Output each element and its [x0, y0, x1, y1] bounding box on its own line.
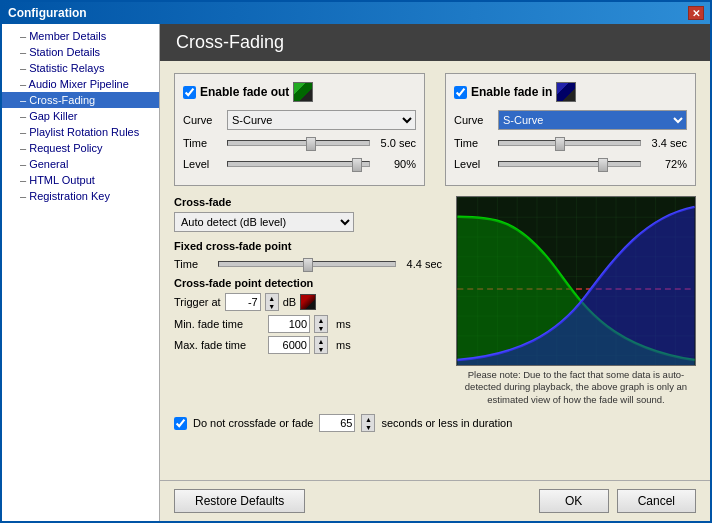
fade-in-curve-select[interactable]: S-Curve Linear Log [498, 110, 687, 130]
enable-fade-out-checkbox[interactable] [183, 86, 196, 99]
close-button[interactable]: ✕ [688, 6, 704, 20]
cancel-button[interactable]: Cancel [617, 489, 696, 513]
trigger-value-input[interactable] [225, 293, 261, 311]
window-body: Member DetailsStation DetailsStatistic R… [2, 24, 710, 521]
fade-out-time-label: Time [183, 137, 221, 149]
do-not-crossfade-label2: seconds or less in duration [381, 417, 512, 429]
sidebar-item-request-policy[interactable]: Request Policy [2, 140, 159, 156]
fade-out-section: Enable fade out Curve S-Curve Linear Log [174, 73, 425, 186]
max-fade-spinner[interactable]: ▲ ▼ [314, 336, 328, 354]
fade-in-curve-label: Curve [454, 114, 492, 126]
fade-out-level-value: 90% [376, 158, 416, 170]
max-fade-unit: ms [336, 339, 351, 351]
fade-out-time-row: Time 5.0 sec [183, 135, 416, 151]
trigger-unit: dB [283, 296, 296, 308]
max-fade-label: Max. fade time [174, 339, 264, 351]
fixed-time-slider[interactable] [218, 256, 396, 272]
do-not-crossfade-label1: Do not crossfade or fade [193, 417, 313, 429]
trigger-row: Trigger at ▲ ▼ dB [174, 293, 442, 311]
fixed-point-label: Fixed cross-fade point [174, 240, 442, 252]
sidebar-item-statistic-relays[interactable]: Statistic Relays [2, 60, 159, 76]
crossfade-mode-select[interactable]: Auto detect (dB level) Fixed cross-fade … [174, 212, 354, 232]
sidebar-item-general[interactable]: General [2, 156, 159, 172]
fade-out-curve-select[interactable]: S-Curve Linear Log [227, 110, 416, 130]
dialog-footer: Restore Defaults OK Cancel [160, 480, 710, 521]
fade-out-time-slider[interactable] [227, 135, 370, 151]
fade-in-level-slider[interactable] [498, 156, 641, 172]
graph-note: Please note: Due to the fact that some d… [456, 369, 696, 406]
fade-out-color-box [293, 82, 313, 102]
sidebar-item-playlist-rotation-rules[interactable]: Playlist Rotation Rules [2, 124, 159, 140]
sidebar-item-registration-key[interactable]: Registration Key [2, 188, 159, 204]
min-fade-row: Min. fade time ▲ ▼ ms [174, 315, 442, 333]
enable-fade-in-checkbox[interactable] [454, 86, 467, 99]
duration-up-btn[interactable]: ▲ [362, 415, 374, 423]
fade-out-curve-row: Curve S-Curve Linear Log [183, 110, 416, 130]
crossfade-duration-input[interactable] [319, 414, 355, 432]
min-fade-up-btn[interactable]: ▲ [315, 316, 327, 324]
fade-in-time-label: Time [454, 137, 492, 149]
fade-in-level-label: Level [454, 158, 492, 170]
title-bar: Configuration ✕ [2, 2, 710, 24]
do-not-crossfade-checkbox[interactable] [174, 417, 187, 430]
fade-in-time-row: Time 3.4 sec [454, 135, 687, 151]
fade-out-level-row: Level 90% [183, 156, 416, 172]
main-content: Cross-Fading Enable fade out Curve [160, 24, 710, 521]
fade-out-time-value: 5.0 sec [376, 137, 416, 149]
fade-sections-row: Enable fade out Curve S-Curve Linear Log [174, 73, 696, 186]
max-fade-up-btn[interactable]: ▲ [315, 337, 327, 345]
controls-panel: Cross-fade Auto detect (dB level) Fixed … [174, 196, 442, 357]
min-fade-unit: ms [336, 318, 351, 330]
fade-out-curve-label: Curve [183, 114, 221, 126]
fade-out-title: Enable fade out [183, 82, 416, 102]
sidebar-item-member-details[interactable]: Member Details [2, 28, 159, 44]
fade-in-time-value: 3.4 sec [647, 137, 687, 149]
trigger-spinner[interactable]: ▲ ▼ [265, 293, 279, 311]
trigger-down-btn[interactable]: ▼ [266, 302, 278, 310]
max-fade-row: Max. fade time ▲ ▼ ms [174, 336, 442, 354]
sidebar-item-cross-fading[interactable]: Cross-Fading [2, 92, 159, 108]
trigger-color-box [300, 294, 316, 310]
fixed-time-label: Time [174, 258, 212, 270]
sidebar-item-html-output[interactable]: HTML Output [2, 172, 159, 188]
bottom-check-row: Do not crossfade or fade ▲ ▼ seconds or … [174, 414, 696, 432]
fade-in-time-slider[interactable] [498, 135, 641, 151]
fade-in-curve-row: Curve S-Curve Linear Log [454, 110, 687, 130]
restore-defaults-button[interactable]: Restore Defaults [174, 489, 305, 513]
fade-in-level-row: Level 72% [454, 156, 687, 172]
graph-area: Please note: Due to the fact that some d… [456, 196, 696, 406]
min-fade-spinner[interactable]: ▲ ▼ [314, 315, 328, 333]
enable-fade-out-label: Enable fade out [200, 85, 289, 99]
min-fade-input[interactable] [268, 315, 310, 333]
enable-fade-in-label: Enable fade in [471, 85, 552, 99]
trigger-label: Trigger at [174, 296, 221, 308]
fixed-time-row: Time 4.4 sec [174, 256, 442, 272]
window-title: Configuration [8, 6, 87, 20]
max-fade-input[interactable] [268, 336, 310, 354]
content-header: Cross-Fading [160, 24, 710, 61]
trigger-up-btn[interactable]: ▲ [266, 294, 278, 302]
bottom-section: Cross-fade Auto detect (dB level) Fixed … [174, 196, 696, 406]
sidebar: Member DetailsStation DetailsStatistic R… [2, 24, 160, 521]
sidebar-item-station-details[interactable]: Station Details [2, 44, 159, 60]
crossfade-graph [457, 197, 695, 365]
graph-container [456, 196, 696, 366]
fade-out-level-slider[interactable] [227, 156, 370, 172]
duration-spinner[interactable]: ▲ ▼ [361, 414, 375, 432]
detection-label: Cross-fade point detection [174, 277, 442, 289]
duration-down-btn[interactable]: ▼ [362, 423, 374, 431]
max-fade-down-btn[interactable]: ▼ [315, 345, 327, 353]
content-body: Enable fade out Curve S-Curve Linear Log [160, 61, 710, 480]
crossfade-label: Cross-fade [174, 196, 442, 208]
min-fade-label: Min. fade time [174, 318, 264, 330]
sidebar-item-audio-mixer-pipeline[interactable]: Audio Mixer Pipeline [2, 76, 159, 92]
fade-in-title: Enable fade in [454, 82, 687, 102]
main-window: Configuration ✕ Member DetailsStation De… [0, 0, 712, 523]
ok-button[interactable]: OK [539, 489, 609, 513]
crossfade-select-row: Auto detect (dB level) Fixed cross-fade … [174, 212, 442, 232]
sidebar-item-gap-killer[interactable]: Gap Killer [2, 108, 159, 124]
fade-out-level-label: Level [183, 158, 221, 170]
fixed-time-value: 4.4 sec [402, 258, 442, 270]
fade-in-level-value: 72% [647, 158, 687, 170]
min-fade-down-btn[interactable]: ▼ [315, 324, 327, 332]
